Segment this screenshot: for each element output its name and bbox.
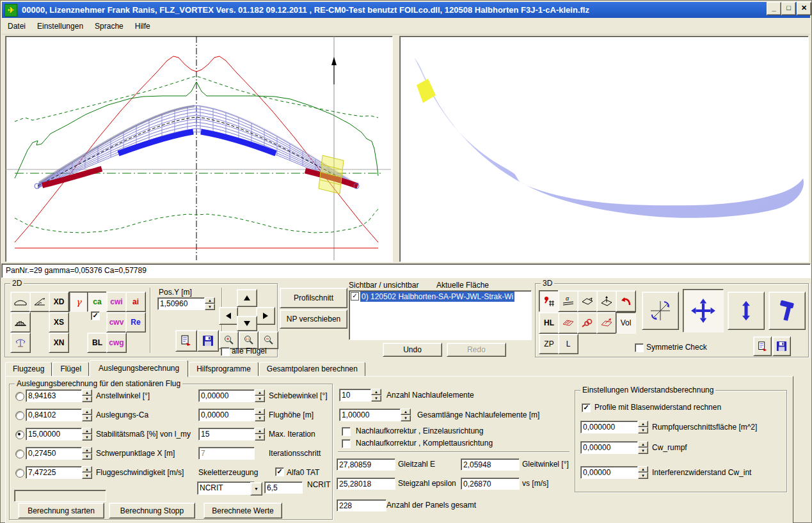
radio-fluggeschwindigkeit[interactable]	[15, 469, 24, 478]
surface-visible-checkbox[interactable]: ✓	[351, 292, 359, 301]
copy-3d-button[interactable]	[753, 336, 772, 356]
panel-red-button[interactable]	[558, 312, 578, 334]
anstellwinkel-input[interactable]	[26, 389, 82, 402]
max-iteration-input[interactable]	[198, 428, 255, 441]
anzahl-nachlauf-spinner[interactable]: ▲▼	[371, 389, 381, 402]
menu-sprache[interactable]: Sprache	[89, 19, 129, 33]
toggle-xn-button[interactable]: XN	[49, 332, 69, 353]
auslegungs-ca-spinner[interactable]: ▲▼	[82, 409, 92, 421]
panel-up-button[interactable]	[596, 290, 617, 312]
flughoehe-spinner[interactable]: ▲▼	[255, 409, 265, 421]
minimize-button[interactable]: _	[767, 2, 781, 15]
view-planform-button[interactable]	[10, 292, 31, 312]
pen-red-button[interactable]	[577, 312, 598, 334]
cw-int-input[interactable]	[580, 466, 638, 479]
toggle-hl-button[interactable]: HL	[539, 312, 559, 334]
zoom-view-button[interactable]	[728, 292, 765, 330]
build-view-button[interactable]	[768, 292, 806, 330]
menu-datei[interactable]: Datei	[2, 19, 31, 33]
toggle-cwg-button[interactable]: cwg	[106, 332, 127, 353]
flughoehe-input[interactable]	[198, 409, 255, 421]
menu-einstellungen[interactable]: Einstellungen	[31, 19, 89, 33]
title-bar[interactable]: ✈ 00000, Lizenznehmer Frank Ranis, FLZ_V…	[2, 2, 810, 18]
schwerpunktlage-spinner[interactable]: ▲▼	[82, 447, 92, 460]
redo-button[interactable]: Redo	[447, 343, 506, 357]
tab-auslegungsberechnung[interactable]: Auslegungsberechnung	[90, 360, 188, 377]
toggle-xs-button[interactable]: XS	[49, 312, 69, 332]
radio-stabilitaetsmass[interactable]	[15, 430, 24, 439]
skelett-dropdown[interactable]: NCRIT	[197, 481, 255, 495]
posy-spinner[interactable]: ▲▼	[205, 297, 215, 310]
move-view-button[interactable]	[683, 289, 724, 332]
symmetrie-check-checkbox[interactable]	[635, 343, 644, 352]
auslegungs-ca-input[interactable]	[26, 409, 82, 421]
pan-down-button[interactable]	[237, 316, 257, 331]
schiebewinkel-input[interactable]	[198, 389, 255, 402]
pan-up-button[interactable]	[237, 289, 257, 307]
spin-down-icon[interactable]: ▼	[205, 304, 215, 310]
nachlaufkorrektur-einzel-checkbox[interactable]	[342, 427, 351, 436]
save-2d-button[interactable]	[197, 330, 219, 352]
save-3d-button[interactable]	[772, 336, 791, 356]
tab-flugzeug[interactable]: Flugzeug	[5, 362, 52, 377]
max-iteration-spinner[interactable]: ▲▼	[255, 428, 265, 441]
berechnung-starten-button[interactable]: Berechnung starten	[18, 503, 104, 519]
fluggeschwindigkeit-input[interactable]	[26, 466, 82, 479]
toggle-ca-button[interactable]: ca	[87, 292, 107, 312]
nachlaufkorrektur-komplett-checkbox[interactable]	[342, 439, 351, 448]
tab-fluegel[interactable]: Flügel	[52, 362, 89, 377]
surface-list-item[interactable]: ✓ 0) 120502 Halbhorten-SA-PW-JWL-Strak-W…	[349, 291, 531, 302]
gesamtlaenge-input[interactable]	[339, 409, 401, 421]
blasenwiderstand-checkbox[interactable]	[582, 403, 591, 412]
stabilitaetsmass-spinner[interactable]: ▲▼	[82, 428, 92, 441]
toggle-xd-button[interactable]: XD	[49, 292, 69, 312]
undo-view-button[interactable]	[616, 290, 636, 312]
schwerpunktlage-input[interactable]	[26, 447, 82, 460]
close-button[interactable]: ✕	[797, 2, 811, 15]
tab-hilfsprogramme[interactable]: Hilfsprogramme	[189, 362, 259, 377]
toggle-ai-button[interactable]: ai	[125, 292, 146, 312]
tab-gesamtpolaren[interactable]: Gesamtpolaren berechnen	[259, 362, 365, 377]
posy-input[interactable]	[157, 297, 205, 310]
schiebewinkel-spinner[interactable]: ▲▼	[255, 389, 265, 402]
anzahl-nachlauf-input[interactable]	[339, 389, 371, 402]
panel-arrow-red-button[interactable]	[596, 312, 617, 334]
pan-left-button[interactable]	[219, 307, 238, 325]
view-profile-button[interactable]	[10, 332, 31, 353]
toggle-vol-button[interactable]: Vol	[616, 312, 636, 334]
berechnete-werte-button[interactable]: Berechnete Werte	[203, 503, 282, 519]
toggle-zp-button[interactable]: ZP	[539, 334, 559, 354]
paint-panels-button[interactable]	[539, 290, 559, 312]
gesamtlaenge-spinner[interactable]: ▲▼	[401, 409, 411, 421]
cw-rumpf-input[interactable]	[580, 441, 638, 454]
stabilitaetsmass-input[interactable]	[26, 428, 82, 441]
radio-schwerpunktlage[interactable]	[15, 449, 24, 458]
rumpfquerschnitt-spinner[interactable]: ▲▼	[638, 421, 648, 433]
view-grid-button[interactable]	[10, 312, 31, 332]
rumpfquerschnitt-input[interactable]	[580, 421, 638, 433]
ncrit-input[interactable]	[264, 481, 303, 494]
maximize-button[interactable]: □	[781, 2, 796, 15]
pan-right-button[interactable]	[256, 307, 275, 325]
wing-3d-view[interactable]	[399, 36, 809, 262]
ca-checkbox[interactable]	[91, 311, 100, 320]
planform-plot[interactable]	[5, 36, 393, 262]
toggle-re-button[interactable]: Re	[125, 312, 146, 332]
fluggeschwindigkeit-spinner[interactable]: ▲▼	[82, 466, 92, 479]
surface-listbox[interactable]: ✓ 0) 120502 Halbhorten-SA-PW-JWL-Strak-W…	[349, 290, 532, 340]
toggle-cwi-button[interactable]: cwi	[106, 292, 127, 312]
berechnung-stopp-button[interactable]: Berechnung Stopp	[109, 503, 195, 519]
copy-2d-button[interactable]	[175, 330, 197, 352]
spin-up-icon[interactable]: ▲	[205, 297, 215, 304]
np-verschieben-button[interactable]: NP verschieben	[280, 309, 347, 329]
radio-anstellwinkel[interactable]	[15, 392, 24, 401]
undo-button[interactable]: Undo	[383, 343, 442, 357]
toggle-cwv-button[interactable]: cwv	[106, 312, 127, 332]
toggle-l-button[interactable]: L	[558, 334, 578, 354]
cw-rumpf-spinner[interactable]: ▲▼	[638, 441, 648, 454]
panel-normals-button[interactable]	[577, 290, 598, 312]
profilschnitt-button[interactable]: Profilschnitt	[280, 288, 347, 308]
alfa0-tat-checkbox[interactable]	[275, 467, 284, 476]
toggle-bl-button[interactable]: BL	[87, 332, 107, 353]
view-alpha-button[interactable]	[29, 292, 50, 312]
